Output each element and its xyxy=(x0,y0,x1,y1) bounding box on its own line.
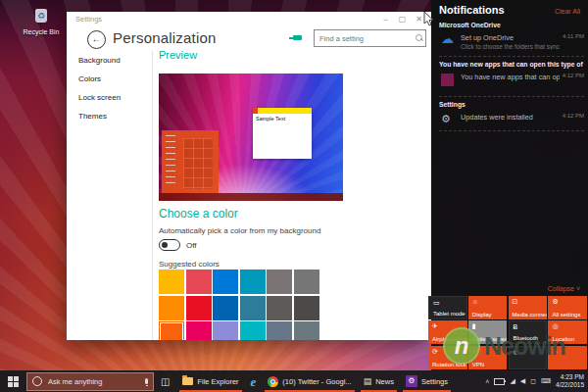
news-app-icon: ▤ xyxy=(364,376,372,386)
color-swatch[interactable] xyxy=(213,321,238,340)
color-swatch[interactable] xyxy=(240,270,266,294)
color-swatch[interactable] xyxy=(240,321,266,340)
color-swatch[interactable] xyxy=(294,296,319,320)
onedrive-cloud-icon: ☁ xyxy=(441,33,461,45)
notification-time: 4:12 PM xyxy=(563,113,584,119)
color-swatch[interactable] xyxy=(267,321,292,340)
taskbar-button-news[interactable]: ▤ News xyxy=(358,370,400,392)
quick-action-rotation-lock[interactable]: ⟳ Rotation lock xyxy=(428,346,467,369)
taskbar-button-settings[interactable]: ⚙ Settings xyxy=(400,370,454,392)
battery-icon: ▮ xyxy=(472,322,476,330)
recycle-bin-label: Recycle Bin xyxy=(14,28,69,35)
quick-action-all-settings[interactable]: ⚙ All settings xyxy=(548,296,587,319)
chrome-icon xyxy=(268,376,278,387)
taskbar-button-file-explorer[interactable]: File Explorer xyxy=(176,370,244,392)
notification-item[interactable]: You have new apps that can open we 4:12 … xyxy=(439,70,584,93)
quick-action-media-connect[interactable]: ⊡ Media connect xyxy=(509,296,548,319)
brightness-icon: ☼ xyxy=(472,298,478,306)
choose-color-heading: Choose a color xyxy=(159,207,238,220)
notification-subtitle: Click to choose the folders that sync on… xyxy=(461,43,560,50)
toggle-state-label: Off xyxy=(186,241,197,250)
color-swatch[interactable] xyxy=(213,296,238,320)
notification-item[interactable]: ⚙ Updates were installed 4:12 PM xyxy=(439,110,584,127)
color-swatch[interactable] xyxy=(294,270,319,294)
settings-sidebar: Background Colors Lock screen Themes xyxy=(67,51,152,340)
action-center-tray-icon[interactable]: ◻ xyxy=(530,377,536,385)
settings-content: Preview Sample Text Choose a color Autom… xyxy=(159,12,431,340)
vpn-icon: ⌁ xyxy=(472,348,476,356)
network-tray-icon[interactable]: ◢ xyxy=(510,377,514,385)
app-tile-icon xyxy=(441,73,461,90)
sidebar-item-themes[interactable]: Themes xyxy=(67,107,152,125)
preview-taskbar xyxy=(159,193,343,201)
quick-action-quiet-hours[interactable]: ☾ xyxy=(509,346,548,369)
notification-title: Updates were installed xyxy=(461,113,560,122)
quick-action-location[interactable]: ◎ Location xyxy=(548,320,587,344)
suggested-colors-grid xyxy=(159,270,319,340)
folder-icon xyxy=(182,377,193,385)
preview-sample-window: Sample Text xyxy=(253,108,312,159)
quick-action-battery-saver[interactable]: ▮ Battery saver xyxy=(468,320,508,344)
quick-action-display[interactable]: ☼ Display xyxy=(468,296,508,319)
color-swatch[interactable] xyxy=(213,270,238,294)
taskbar-button-edge[interactable]: e xyxy=(245,370,263,392)
color-swatch[interactable] xyxy=(186,270,212,294)
color-swatch[interactable] xyxy=(159,270,184,294)
notification-title: You have new apps that can open we xyxy=(461,73,560,81)
preview-sample-titlebar xyxy=(253,108,312,114)
recycle-bin-shortcut[interactable]: ♻ Recycle Bin xyxy=(14,6,69,35)
color-swatch[interactable] xyxy=(240,296,266,320)
preview-sample-text: Sample Text xyxy=(253,114,312,122)
settings-window: Settings – ▢ ✕ ← Personalization Backgro… xyxy=(67,12,431,340)
notification-group: Microsoft OneDrive ☁ Set up OneDrive Cli… xyxy=(439,18,584,57)
color-swatch[interactable] xyxy=(294,321,319,340)
notification-item[interactable]: ☁ Set up OneDrive Click to choose the fo… xyxy=(439,30,584,53)
battery-tray-icon[interactable] xyxy=(494,378,505,385)
microphone-icon[interactable] xyxy=(145,378,148,384)
color-swatch-selected[interactable] xyxy=(159,321,184,340)
desktop-screen: ♻ Recycle Bin Settings – ▢ ✕ ← Personali… xyxy=(0,0,588,392)
task-view-button[interactable]: ◫ xyxy=(161,376,170,387)
cortana-search-box[interactable] xyxy=(26,372,154,391)
settings-gear-icon: ⚙ xyxy=(552,298,558,306)
airplane-icon: ✈ xyxy=(432,322,438,330)
clear-all-link[interactable]: Clear All xyxy=(555,8,580,15)
gear-icon: ⚙ xyxy=(441,113,461,124)
rotation-lock-icon: ⟳ xyxy=(432,348,438,356)
taskbar-clock[interactable]: 4:23 PM 4/22/2015 xyxy=(556,373,584,389)
note-icon: ☼ xyxy=(552,348,558,356)
color-swatch[interactable] xyxy=(186,321,212,340)
start-button[interactable] xyxy=(0,370,25,392)
volume-tray-icon[interactable]: ◀ xyxy=(520,377,525,385)
cortana-search-input[interactable] xyxy=(46,376,143,387)
color-swatch[interactable] xyxy=(267,270,292,294)
color-swatch[interactable] xyxy=(267,296,292,320)
auto-pick-toggle[interactable] xyxy=(159,239,180,251)
back-arrow-icon[interactable]: ← xyxy=(87,30,106,49)
taskbar-button-twitter-chrome[interactable]: (10) Twitter - Googl... xyxy=(262,370,357,392)
sidebar-divider xyxy=(152,51,153,340)
quiet-hours-icon: ☾ xyxy=(514,349,519,357)
sidebar-item-colors[interactable]: Colors xyxy=(67,70,152,88)
cortana-icon xyxy=(32,376,42,386)
notification-time: 4:11 PM xyxy=(563,33,584,39)
show-hidden-icons-chevron[interactable]: ˄ xyxy=(485,378,489,385)
color-swatch[interactable] xyxy=(159,296,184,320)
preview-heading: Preview xyxy=(159,49,197,61)
touch-keyboard-icon[interactable]: ⌨ xyxy=(541,377,551,385)
color-swatch[interactable] xyxy=(186,296,212,320)
quick-action-airplane-mode[interactable]: ✈ Airplane mode xyxy=(428,320,467,344)
quick-action-bluetooth[interactable]: Ƀ Bluetooth xyxy=(509,320,548,344)
collapse-link[interactable]: Collapse ˅ xyxy=(548,285,580,292)
quick-action-vpn[interactable]: ⌁ VPN xyxy=(468,346,508,369)
theme-preview-image: Sample Text xyxy=(159,74,343,201)
quick-actions-grid: ▭ Tablet mode ☼ Display ⊡ Media connect … xyxy=(428,296,586,369)
sidebar-item-background[interactable]: Background xyxy=(67,51,152,70)
sidebar-item-lock-screen[interactable]: Lock screen xyxy=(67,88,152,107)
notification-time: 4:12 PM xyxy=(563,73,584,78)
quick-action-tablet-mode[interactable]: ▭ Tablet mode xyxy=(428,296,467,319)
quick-action-note[interactable]: ☼ xyxy=(548,346,587,369)
group-header: Settings xyxy=(439,97,584,110)
group-header: Microsoft OneDrive xyxy=(439,18,584,30)
notifications-title: Notifications xyxy=(439,4,555,16)
